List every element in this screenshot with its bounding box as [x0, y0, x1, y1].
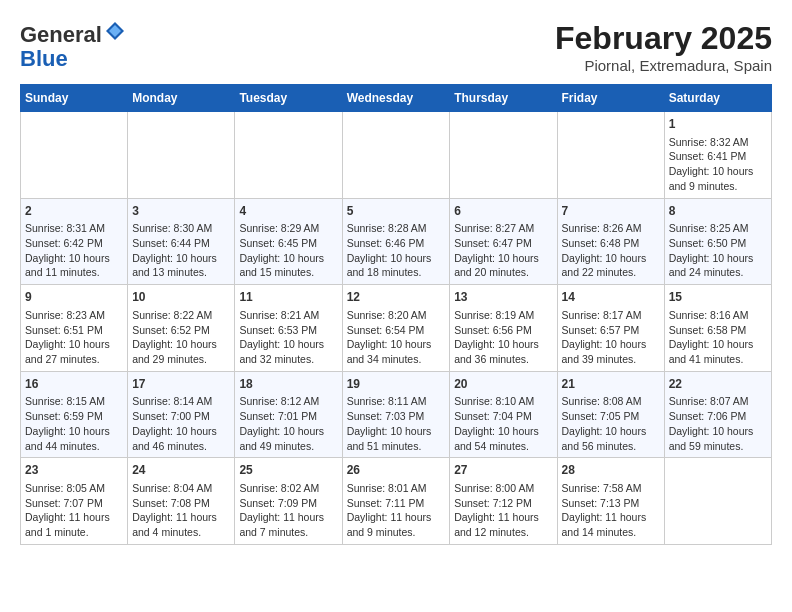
day-info: Sunset: 6:52 PM — [132, 323, 230, 338]
day-info: Sunrise: 8:08 AM — [562, 394, 660, 409]
day-info: Sunset: 6:57 PM — [562, 323, 660, 338]
day-info: Sunrise: 8:21 AM — [239, 308, 337, 323]
day-info: Sunrise: 8:16 AM — [669, 308, 767, 323]
day-info: Sunset: 6:46 PM — [347, 236, 446, 251]
day-number: 27 — [454, 462, 552, 479]
calendar-cell: 15Sunrise: 8:16 AMSunset: 6:58 PMDayligh… — [664, 285, 771, 372]
calendar-cell: 2Sunrise: 8:31 AMSunset: 6:42 PMDaylight… — [21, 198, 128, 285]
day-number: 16 — [25, 376, 123, 393]
day-info: Sunrise: 8:07 AM — [669, 394, 767, 409]
day-info: Daylight: 10 hours and 41 minutes. — [669, 337, 767, 366]
calendar-cell: 24Sunrise: 8:04 AMSunset: 7:08 PMDayligh… — [128, 458, 235, 545]
day-info: Sunset: 7:05 PM — [562, 409, 660, 424]
day-info: Sunset: 7:12 PM — [454, 496, 552, 511]
weekday-header: Tuesday — [235, 85, 342, 112]
day-info: Daylight: 10 hours and 51 minutes. — [347, 424, 446, 453]
day-number: 17 — [132, 376, 230, 393]
calendar-cell — [664, 458, 771, 545]
weekday-header: Wednesday — [342, 85, 450, 112]
day-number: 21 — [562, 376, 660, 393]
day-info: Daylight: 10 hours and 34 minutes. — [347, 337, 446, 366]
calendar-cell: 13Sunrise: 8:19 AMSunset: 6:56 PMDayligh… — [450, 285, 557, 372]
day-info: Daylight: 11 hours and 9 minutes. — [347, 510, 446, 539]
day-info: Sunrise: 8:29 AM — [239, 221, 337, 236]
day-info: Sunrise: 8:17 AM — [562, 308, 660, 323]
day-info: Daylight: 10 hours and 11 minutes. — [25, 251, 123, 280]
calendar-week-row: 23Sunrise: 8:05 AMSunset: 7:07 PMDayligh… — [21, 458, 772, 545]
day-info: Sunrise: 8:11 AM — [347, 394, 446, 409]
calendar-cell — [557, 112, 664, 199]
calendar-cell: 22Sunrise: 8:07 AMSunset: 7:06 PMDayligh… — [664, 371, 771, 458]
day-info: Daylight: 10 hours and 24 minutes. — [669, 251, 767, 280]
day-number: 4 — [239, 203, 337, 220]
day-info: Sunset: 7:00 PM — [132, 409, 230, 424]
day-info: Daylight: 10 hours and 18 minutes. — [347, 251, 446, 280]
day-number: 11 — [239, 289, 337, 306]
day-info: Sunrise: 8:27 AM — [454, 221, 552, 236]
day-info: Sunrise: 8:30 AM — [132, 221, 230, 236]
day-info: Daylight: 10 hours and 39 minutes. — [562, 337, 660, 366]
month-title: February 2025 — [555, 20, 772, 57]
calendar-week-row: 2Sunrise: 8:31 AMSunset: 6:42 PMDaylight… — [21, 198, 772, 285]
day-info: Daylight: 10 hours and 15 minutes. — [239, 251, 337, 280]
day-info: Daylight: 10 hours and 32 minutes. — [239, 337, 337, 366]
calendar-cell: 5Sunrise: 8:28 AMSunset: 6:46 PMDaylight… — [342, 198, 450, 285]
day-info: Sunset: 6:47 PM — [454, 236, 552, 251]
day-info: Sunrise: 8:04 AM — [132, 481, 230, 496]
day-number: 19 — [347, 376, 446, 393]
day-info: Sunrise: 8:23 AM — [25, 308, 123, 323]
calendar-cell — [450, 112, 557, 199]
day-info: Sunset: 6:53 PM — [239, 323, 337, 338]
day-info: Daylight: 10 hours and 46 minutes. — [132, 424, 230, 453]
day-info: Daylight: 11 hours and 14 minutes. — [562, 510, 660, 539]
day-info: Daylight: 11 hours and 12 minutes. — [454, 510, 552, 539]
calendar-cell: 1Sunrise: 8:32 AMSunset: 6:41 PMDaylight… — [664, 112, 771, 199]
day-info: Daylight: 10 hours and 9 minutes. — [669, 164, 767, 193]
day-info: Daylight: 10 hours and 20 minutes. — [454, 251, 552, 280]
calendar-week-row: 9Sunrise: 8:23 AMSunset: 6:51 PMDaylight… — [21, 285, 772, 372]
day-info: Daylight: 10 hours and 29 minutes. — [132, 337, 230, 366]
day-info: Sunset: 7:01 PM — [239, 409, 337, 424]
calendar-cell: 14Sunrise: 8:17 AMSunset: 6:57 PMDayligh… — [557, 285, 664, 372]
day-number: 2 — [25, 203, 123, 220]
calendar-cell: 23Sunrise: 8:05 AMSunset: 7:07 PMDayligh… — [21, 458, 128, 545]
calendar-cell: 20Sunrise: 8:10 AMSunset: 7:04 PMDayligh… — [450, 371, 557, 458]
day-info: Sunrise: 8:28 AM — [347, 221, 446, 236]
calendar-cell: 6Sunrise: 8:27 AMSunset: 6:47 PMDaylight… — [450, 198, 557, 285]
weekday-header: Thursday — [450, 85, 557, 112]
day-info: Sunrise: 8:32 AM — [669, 135, 767, 150]
calendar-cell: 9Sunrise: 8:23 AMSunset: 6:51 PMDaylight… — [21, 285, 128, 372]
calendar-header-row: SundayMondayTuesdayWednesdayThursdayFrid… — [21, 85, 772, 112]
location: Piornal, Extremadura, Spain — [555, 57, 772, 74]
calendar-cell: 28Sunrise: 7:58 AMSunset: 7:13 PMDayligh… — [557, 458, 664, 545]
day-number: 25 — [239, 462, 337, 479]
logo-general-text: General — [20, 22, 102, 47]
day-info: Sunrise: 8:14 AM — [132, 394, 230, 409]
weekday-header: Friday — [557, 85, 664, 112]
day-info: Sunset: 7:07 PM — [25, 496, 123, 511]
day-info: Sunrise: 8:00 AM — [454, 481, 552, 496]
calendar-cell: 21Sunrise: 8:08 AMSunset: 7:05 PMDayligh… — [557, 371, 664, 458]
calendar-cell — [21, 112, 128, 199]
day-number: 18 — [239, 376, 337, 393]
day-info: Sunset: 7:11 PM — [347, 496, 446, 511]
page-header: General Blue February 2025 Piornal, Extr… — [20, 20, 772, 74]
day-info: Sunrise: 8:19 AM — [454, 308, 552, 323]
day-info: Sunset: 7:04 PM — [454, 409, 552, 424]
day-info: Daylight: 11 hours and 1 minute. — [25, 510, 123, 539]
day-number: 14 — [562, 289, 660, 306]
day-number: 7 — [562, 203, 660, 220]
day-info: Sunrise: 8:22 AM — [132, 308, 230, 323]
day-info: Sunset: 7:06 PM — [669, 409, 767, 424]
calendar-table: SundayMondayTuesdayWednesdayThursdayFrid… — [20, 84, 772, 545]
day-number: 1 — [669, 116, 767, 133]
day-info: Sunset: 7:08 PM — [132, 496, 230, 511]
day-number: 23 — [25, 462, 123, 479]
day-info: Sunset: 6:42 PM — [25, 236, 123, 251]
day-number: 3 — [132, 203, 230, 220]
calendar-cell: 27Sunrise: 8:00 AMSunset: 7:12 PMDayligh… — [450, 458, 557, 545]
day-number: 22 — [669, 376, 767, 393]
calendar-cell: 26Sunrise: 8:01 AMSunset: 7:11 PMDayligh… — [342, 458, 450, 545]
calendar-cell: 18Sunrise: 8:12 AMSunset: 7:01 PMDayligh… — [235, 371, 342, 458]
day-number: 6 — [454, 203, 552, 220]
